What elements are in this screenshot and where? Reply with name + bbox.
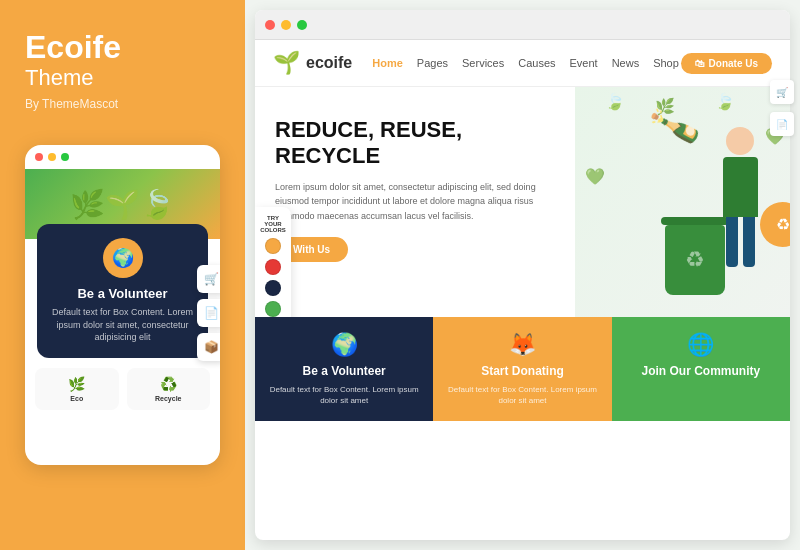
mobile-volunteer-card: 🌍 Be a Volunteer Default text for Box Co… xyxy=(37,224,208,358)
donating-card-text: Default text for Box Content. Lorem ipsu… xyxy=(445,384,599,406)
site-bottom-cards: 🌍 Be a Volunteer Default text for Box Co… xyxy=(255,317,790,421)
color-red[interactable] xyxy=(265,259,281,275)
nav-home[interactable]: Home xyxy=(372,57,403,69)
mobile-card-text: Default text for Box Content. Lorem ipsu… xyxy=(49,306,196,344)
donate-button[interactable]: 🛍 Donate Us xyxy=(681,53,772,74)
browser-window: 🌱 ecoife Home Pages Services Causes Even… xyxy=(255,10,790,540)
dot-green xyxy=(61,153,69,161)
volunteer-card-text: Default text for Box Content. Lorem ipsu… xyxy=(267,384,421,406)
mobile-bottom-card-2: ♻️ Recycle xyxy=(127,368,211,410)
doc-icon: 📄 xyxy=(197,299,220,327)
bottle-icon: 🍾 xyxy=(643,95,706,156)
scrollbar-icon-1[interactable]: 🛒 xyxy=(770,80,794,104)
brand-by: By ThemeMascot xyxy=(25,97,118,111)
mobile-card2-icon: ♻️ xyxy=(132,376,206,392)
browser-dot-yellow xyxy=(281,20,291,30)
scrollbar-icon-2[interactable]: 📄 xyxy=(770,112,794,136)
bottom-card-community: 🌐 Join Our Community xyxy=(612,317,790,421)
site-logo: 🌱 ecoife xyxy=(273,50,352,76)
nav-shop[interactable]: Shop xyxy=(653,57,679,69)
site-hero: TRY YOUR COLORS Other Set REDUCE, REUSE,… xyxy=(255,87,790,317)
hero-illustration-area: 🍃 🌿 🍃 💚 💚 🍾 ♻ xyxy=(575,87,790,317)
donating-card-icon: 🦊 xyxy=(509,332,536,358)
mobile-card1-icon: 🌿 xyxy=(40,376,114,392)
nav-causes[interactable]: Causes xyxy=(518,57,555,69)
person-body: ♻ xyxy=(723,157,758,217)
volunteer-icon: 🌍 xyxy=(103,238,143,278)
leaf-icon-3: 🍃 xyxy=(715,92,735,111)
mobile-card1-label: Eco xyxy=(40,395,114,402)
volunteer-card-title: Be a Volunteer xyxy=(303,364,386,378)
person-leg-right xyxy=(743,217,755,267)
nav-services[interactable]: Services xyxy=(462,57,504,69)
color-dark[interactable] xyxy=(265,280,281,296)
dot-red xyxy=(35,153,43,161)
nav-news[interactable]: News xyxy=(612,57,640,69)
leaf-icon-5: 💚 xyxy=(585,167,605,186)
donate-label: Donate Us xyxy=(709,58,758,69)
site-navbar: 🌱 ecoife Home Pages Services Causes Even… xyxy=(255,40,790,87)
volunteer-card-icon: 🌍 xyxy=(331,332,358,358)
donating-card-title: Start Donating xyxy=(481,364,564,378)
donate-icon: 🛍 xyxy=(695,58,705,69)
browser-dot-red xyxy=(265,20,275,30)
hero-text: Lorem ipsum dolor sit amet, consectetur … xyxy=(275,180,555,223)
person-leg-left xyxy=(726,217,738,267)
dot-yellow xyxy=(48,153,56,161)
bottom-card-volunteer: 🌍 Be a Volunteer Default text for Box Co… xyxy=(255,317,433,421)
person-bag: ♻ xyxy=(760,202,790,247)
leaf-icon-1: 🍃 xyxy=(605,92,625,111)
logo-leaf-icon: 🌱 xyxy=(273,50,300,76)
hero-leaves-icon: 🌿🌱🍃 xyxy=(70,188,175,221)
nav-pages[interactable]: Pages xyxy=(417,57,448,69)
browser-dot-green xyxy=(297,20,307,30)
browser-scrollbar: 🛒 📄 xyxy=(770,80,782,136)
community-card-title: Join Our Community xyxy=(641,364,760,378)
site-logo-text: ecoife xyxy=(306,54,352,72)
mobile-mockup: 🌿🌱🍃 🌍 Be a Volunteer Default text for Bo… xyxy=(25,145,220,465)
person-legs xyxy=(726,217,755,267)
mobile-bottom-cards: 🌿 Eco ♻️ Recycle xyxy=(25,368,220,410)
mobile-bottom-card-1: 🌿 Eco xyxy=(35,368,119,410)
right-panel: 🌱 ecoife Home Pages Services Causes Even… xyxy=(245,0,800,550)
color-green[interactable] xyxy=(265,301,281,317)
hero-title: REDUCE, REUSE, RECYCLE xyxy=(275,117,555,170)
color-orange[interactable] xyxy=(265,238,281,254)
bottom-card-donating: 🦊 Start Donating Default text for Box Co… xyxy=(433,317,611,421)
hero-left: REDUCE, REUSE, RECYCLE Lorem ipsum dolor… xyxy=(255,87,575,317)
person-head xyxy=(726,127,754,155)
mobile-card-title: Be a Volunteer xyxy=(49,286,196,301)
person-illustration: ♻ xyxy=(700,127,780,307)
mobile-topbar xyxy=(25,145,220,169)
site-nav-links: Home Pages Services Causes Event News Sh… xyxy=(372,57,680,69)
cart-icon: 🛒 xyxy=(197,265,220,293)
browser-topbar xyxy=(255,10,790,40)
mobile-card2-label: Recycle xyxy=(132,395,206,402)
mobile-side-icons: 🛒 📄 📦 xyxy=(197,265,220,361)
brand-title: Ecoife xyxy=(25,30,121,65)
nav-event[interactable]: Event xyxy=(570,57,598,69)
brand-subtitle: Theme xyxy=(25,65,93,91)
community-card-icon: 🌐 xyxy=(687,332,714,358)
color-picker-label: TRY YOUR COLORS xyxy=(260,215,286,233)
color-picker-panel: TRY YOUR COLORS Other Set xyxy=(255,207,291,317)
left-panel: Ecoife Theme By ThemeMascot 🌿🌱🍃 🌍 Be a V… xyxy=(0,0,245,550)
box-icon: 📦 xyxy=(197,333,220,361)
